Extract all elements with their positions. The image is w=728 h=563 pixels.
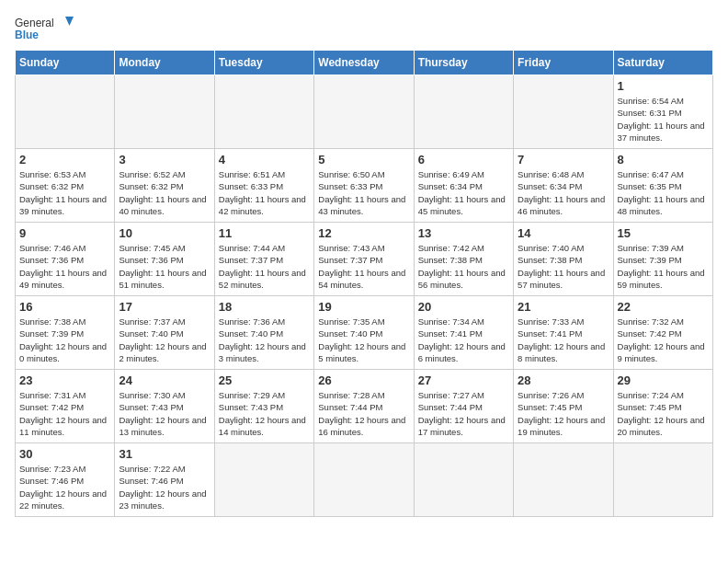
day-cell: 18Sunrise: 7:36 AMSunset: 7:40 PMDayligh…	[214, 296, 313, 370]
day-info: Sunrise: 7:44 AMSunset: 7:37 PMDaylight:…	[219, 242, 310, 291]
day-cell: 3Sunrise: 6:52 AMSunset: 6:32 PMDaylight…	[115, 149, 214, 223]
day-cell: 31Sunrise: 7:22 AMSunset: 7:46 PMDayligh…	[115, 443, 214, 517]
day-number: 18	[219, 300, 310, 314]
day-cell: 1Sunrise: 6:54 AMSunset: 6:31 PMDaylight…	[613, 75, 712, 149]
day-info: Sunrise: 6:54 AMSunset: 6:31 PMDaylight:…	[618, 95, 709, 144]
day-cell	[214, 75, 313, 149]
day-cell	[613, 443, 712, 517]
day-number: 15	[618, 226, 709, 240]
day-cell	[514, 443, 613, 517]
day-cell: 13Sunrise: 7:42 AMSunset: 7:38 PMDayligh…	[414, 223, 513, 296]
day-info: Sunrise: 6:53 AMSunset: 6:32 PMDaylight:…	[19, 168, 110, 217]
day-info: Sunrise: 7:24 AMSunset: 7:45 PMDaylight:…	[618, 389, 709, 438]
day-header-monday: Monday	[115, 51, 214, 75]
day-info: Sunrise: 7:39 AMSunset: 7:39 PMDaylight:…	[618, 242, 709, 291]
day-cell: 4Sunrise: 6:51 AMSunset: 6:33 PMDaylight…	[214, 149, 313, 223]
day-number: 1	[618, 79, 709, 93]
day-number: 11	[219, 226, 310, 240]
day-number: 27	[418, 373, 509, 387]
week-row-5: 30Sunrise: 7:23 AMSunset: 7:46 PMDayligh…	[16, 443, 713, 517]
day-cell: 30Sunrise: 7:23 AMSunset: 7:46 PMDayligh…	[16, 443, 115, 517]
day-cell: 19Sunrise: 7:35 AMSunset: 7:40 PMDayligh…	[314, 296, 414, 370]
svg-text:Blue: Blue	[15, 29, 39, 41]
day-info: Sunrise: 7:23 AMSunset: 7:46 PMDaylight:…	[19, 463, 110, 511]
week-row-0: 1Sunrise: 6:54 AMSunset: 6:31 PMDaylight…	[16, 75, 713, 149]
day-header-friday: Friday	[514, 51, 613, 75]
day-cell	[314, 75, 414, 149]
day-number: 19	[318, 300, 409, 314]
day-cell	[214, 443, 313, 517]
week-row-3: 16Sunrise: 7:38 AMSunset: 7:39 PMDayligh…	[16, 296, 713, 370]
day-info: Sunrise: 6:49 AMSunset: 6:34 PMDaylight:…	[418, 168, 509, 217]
day-number: 16	[19, 300, 110, 314]
day-cell: 29Sunrise: 7:24 AMSunset: 7:45 PMDayligh…	[613, 370, 712, 443]
day-cell: 16Sunrise: 7:38 AMSunset: 7:39 PMDayligh…	[16, 296, 115, 370]
svg-marker-2	[65, 17, 74, 26]
day-cell	[514, 75, 613, 149]
day-info: Sunrise: 7:37 AMSunset: 7:40 PMDaylight:…	[119, 316, 210, 364]
day-number: 17	[119, 300, 210, 314]
day-number: 29	[618, 373, 709, 387]
day-number: 13	[418, 226, 509, 240]
day-cell: 27Sunrise: 7:27 AMSunset: 7:44 PMDayligh…	[414, 370, 513, 443]
day-cell: 11Sunrise: 7:44 AMSunset: 7:37 PMDayligh…	[214, 223, 313, 296]
day-info: Sunrise: 7:26 AMSunset: 7:45 PMDaylight:…	[518, 389, 609, 438]
day-cell: 15Sunrise: 7:39 AMSunset: 7:39 PMDayligh…	[613, 223, 712, 296]
day-header-wednesday: Wednesday	[314, 51, 414, 75]
day-cell: 6Sunrise: 6:49 AMSunset: 6:34 PMDaylight…	[414, 149, 513, 223]
day-number: 24	[119, 373, 210, 387]
day-cell: 12Sunrise: 7:43 AMSunset: 7:37 PMDayligh…	[314, 223, 414, 296]
day-info: Sunrise: 7:32 AMSunset: 7:42 PMDaylight:…	[618, 316, 709, 364]
day-cell: 21Sunrise: 7:33 AMSunset: 7:41 PMDayligh…	[514, 296, 613, 370]
day-info: Sunrise: 7:30 AMSunset: 7:43 PMDaylight:…	[119, 389, 210, 438]
day-info: Sunrise: 7:36 AMSunset: 7:40 PMDaylight:…	[219, 316, 310, 364]
day-info: Sunrise: 7:34 AMSunset: 7:41 PMDaylight:…	[418, 316, 509, 364]
day-info: Sunrise: 6:51 AMSunset: 6:33 PMDaylight:…	[219, 168, 310, 217]
day-header-tuesday: Tuesday	[214, 51, 313, 75]
day-info: Sunrise: 7:29 AMSunset: 7:43 PMDaylight:…	[219, 389, 310, 438]
day-cell: 8Sunrise: 6:47 AMSunset: 6:35 PMDaylight…	[613, 149, 712, 223]
day-number: 9	[19, 226, 110, 240]
day-number: 10	[119, 226, 210, 240]
week-row-4: 23Sunrise: 7:31 AMSunset: 7:42 PMDayligh…	[16, 370, 713, 443]
day-cell: 28Sunrise: 7:26 AMSunset: 7:45 PMDayligh…	[514, 370, 613, 443]
day-cell: 2Sunrise: 6:53 AMSunset: 6:32 PMDaylight…	[16, 149, 115, 223]
day-info: Sunrise: 7:38 AMSunset: 7:39 PMDaylight:…	[19, 316, 110, 364]
day-info: Sunrise: 7:46 AMSunset: 7:36 PMDaylight:…	[19, 242, 110, 291]
day-info: Sunrise: 6:48 AMSunset: 6:34 PMDaylight:…	[518, 168, 609, 217]
day-cell: 9Sunrise: 7:46 AMSunset: 7:36 PMDaylight…	[16, 223, 115, 296]
day-cell: 25Sunrise: 7:29 AMSunset: 7:43 PMDayligh…	[214, 370, 313, 443]
day-header-thursday: Thursday	[414, 51, 513, 75]
day-info: Sunrise: 7:35 AMSunset: 7:40 PMDaylight:…	[318, 316, 409, 364]
days-header-row: SundayMondayTuesdayWednesdayThursdayFrid…	[16, 51, 713, 75]
day-number: 31	[119, 447, 210, 461]
day-number: 25	[219, 373, 310, 387]
day-number: 20	[418, 300, 509, 314]
logo: GeneralBlue	[15, 15, 79, 42]
day-number: 28	[518, 373, 609, 387]
day-number: 23	[19, 373, 110, 387]
day-info: Sunrise: 6:47 AMSunset: 6:35 PMDaylight:…	[618, 168, 709, 217]
day-info: Sunrise: 7:31 AMSunset: 7:42 PMDaylight:…	[19, 389, 110, 438]
day-number: 30	[19, 447, 110, 461]
day-cell	[414, 443, 513, 517]
day-info: Sunrise: 7:27 AMSunset: 7:44 PMDaylight:…	[418, 389, 509, 438]
day-cell: 14Sunrise: 7:40 AMSunset: 7:38 PMDayligh…	[514, 223, 613, 296]
day-number: 26	[318, 373, 409, 387]
day-cell	[115, 75, 214, 149]
day-cell: 10Sunrise: 7:45 AMSunset: 7:36 PMDayligh…	[115, 223, 214, 296]
day-number: 14	[518, 226, 609, 240]
day-header-saturday: Saturday	[613, 51, 712, 75]
day-info: Sunrise: 7:43 AMSunset: 7:37 PMDaylight:…	[318, 242, 409, 291]
day-number: 8	[618, 153, 709, 167]
logo-svg: GeneralBlue	[15, 15, 79, 42]
day-cell: 17Sunrise: 7:37 AMSunset: 7:40 PMDayligh…	[115, 296, 214, 370]
day-info: Sunrise: 7:22 AMSunset: 7:46 PMDaylight:…	[119, 463, 210, 511]
day-info: Sunrise: 7:40 AMSunset: 7:38 PMDaylight:…	[518, 242, 609, 291]
day-cell: 24Sunrise: 7:30 AMSunset: 7:43 PMDayligh…	[115, 370, 214, 443]
svg-text:General: General	[15, 17, 54, 29]
day-number: 6	[418, 153, 509, 167]
day-number: 21	[518, 300, 609, 314]
page-header: GeneralBlue	[15, 15, 713, 42]
day-cell	[16, 75, 115, 149]
